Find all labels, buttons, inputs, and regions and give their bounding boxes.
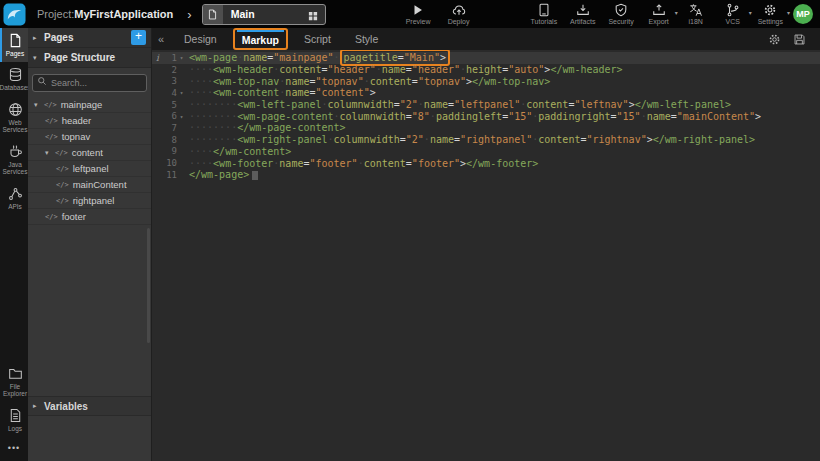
page-structure-header[interactable]: ▾ Page Structure: [28, 48, 151, 68]
collapse-panel-button[interactable]: «: [152, 33, 170, 45]
sidebar-item-logs[interactable]: Logs: [0, 403, 28, 437]
sidebar-item-label: Java Services: [2, 161, 28, 176]
action-label: Preview: [406, 18, 431, 25]
action-label: i18N: [689, 18, 703, 25]
topbar-action-i18n[interactable]: i18N: [684, 3, 708, 25]
user-avatar[interactable]: MP: [793, 4, 813, 24]
topbar-action-tutorials[interactable]: Tutorials: [531, 3, 558, 25]
settings-icon: [763, 3, 777, 17]
tree-node-topnav[interactable]: </>topnav: [28, 129, 151, 145]
code-line-10[interactable]: 10····<wm-footer·name="footer"·content="…: [152, 157, 820, 169]
code-line-5[interactable]: 5········<wm-left-panel·columnwidth="2"·…: [152, 99, 820, 111]
pages-section-header[interactable]: ▸ Pages +: [28, 28, 151, 48]
line-number: 11: [166, 170, 177, 180]
vcs-icon: [726, 3, 740, 17]
sidebar-top-group: PagesDatabasesWeb ServicesJava ServicesA…: [0, 28, 28, 215]
page-tab-main[interactable]: Main: [202, 4, 326, 25]
topbar-action-preview[interactable]: Preview: [406, 3, 431, 25]
sidebar-item-java-services[interactable]: Java Services: [0, 139, 28, 181]
sidebar-item-pages[interactable]: Pages: [0, 28, 28, 62]
topbar-action-export[interactable]: ▾Export: [647, 3, 671, 25]
sidebar-item-databases[interactable]: Databases: [0, 62, 28, 96]
gutter[interactable]: 11: [152, 170, 186, 180]
chevron-down-icon: ▾: [787, 9, 790, 16]
triangle-down-icon[interactable]: ▾: [34, 101, 44, 109]
more-options-button[interactable]: •••: [0, 437, 28, 459]
code-line-2[interactable]: 2····<wm-header·content="header"·name="h…: [152, 64, 820, 76]
sidebar-item-file-explorer[interactable]: File Explorer: [0, 361, 28, 403]
topbar-action-deploy[interactable]: Deploy: [447, 3, 471, 25]
wavemaker-logo-icon[interactable]: [3, 3, 26, 26]
sidebar-item-label: Databases: [0, 84, 31, 91]
sidebar-item-apis[interactable]: APIs: [0, 181, 28, 215]
code-text: ····<wm-header·content="header"·name="he…: [186, 64, 623, 75]
tab-markup[interactable]: Markup: [235, 33, 286, 48]
line-number: 9: [172, 146, 177, 156]
topbar-action-vcs[interactable]: ▾VCS: [721, 3, 745, 25]
grid-icon[interactable]: [307, 8, 319, 20]
code-text: ····<wm-content·name="content">: [186, 87, 376, 98]
code-line-9[interactable]: 9····</wm-content>: [152, 146, 820, 158]
fold-arrow-icon[interactable]: ▾: [177, 54, 186, 61]
tree-node-footer[interactable]: </>footer: [28, 209, 151, 225]
code-line-6[interactable]: 6▾········<wm-page-content·columnwidth="…: [152, 110, 820, 122]
add-page-button[interactable]: +: [131, 30, 146, 45]
tree-node-header[interactable]: </>header: [28, 113, 151, 129]
triangle-down-icon[interactable]: ▾: [45, 149, 55, 157]
code-line-4[interactable]: 4▾····<wm-content·name="content">: [152, 87, 820, 99]
code-line-11[interactable]: 11</wm-page>: [152, 169, 820, 181]
topbar-action-settings[interactable]: ▾Settings: [758, 3, 783, 25]
tree-node-mainpage[interactable]: ▾</>mainpage: [28, 97, 151, 113]
tab-script[interactable]: Script: [296, 31, 339, 47]
tree-node-maincontent[interactable]: </>mainContent: [28, 177, 151, 193]
code-line-1[interactable]: i1▾<wm-page·name="mainpage"·pagetitle="M…: [152, 52, 820, 64]
gutter[interactable]: 10: [152, 158, 186, 168]
gutter[interactable]: 8: [152, 135, 186, 145]
widget-code-icon: </>: [56, 197, 69, 205]
gutter[interactable]: i1▾: [152, 53, 186, 63]
code-text: ········<wm-left-panel·columnwidth="2"·n…: [186, 99, 731, 110]
activity-sidebar: PagesDatabasesWeb ServicesJava ServicesA…: [0, 28, 28, 461]
tree-node-content[interactable]: ▾</>content: [28, 145, 151, 161]
gutter[interactable]: 6▾: [152, 111, 186, 121]
project-title: MyFirstApplication: [74, 8, 173, 20]
gutter[interactable]: 7: [152, 123, 186, 133]
gutter[interactable]: 3: [152, 76, 186, 86]
gutter[interactable]: 4▾: [152, 88, 186, 98]
search-row: [28, 68, 151, 97]
tree-node-label: mainpage: [61, 99, 103, 110]
security-icon: [614, 3, 628, 17]
tree-node-leftpanel[interactable]: </>leftpanel: [28, 161, 151, 177]
page-structure-tree: ▾</>mainpage</>header</>topnav▾</>conten…: [28, 97, 151, 225]
search-input[interactable]: [32, 74, 147, 92]
tree-node-rightpanel[interactable]: </>rightpanel: [28, 193, 151, 209]
tree-node-label: rightpanel: [73, 195, 115, 206]
action-label: VCS: [726, 18, 740, 25]
tab-design[interactable]: Design: [176, 31, 225, 47]
gutter[interactable]: 5: [152, 100, 186, 110]
line-number: 5: [172, 100, 177, 110]
markup-settings-gear-icon[interactable]: [768, 33, 781, 46]
widget-code-icon: </>: [44, 101, 57, 109]
chevron-down-icon: ▾: [675, 9, 678, 16]
code-line-3[interactable]: 3····<wm-top-nav·name="topnav"·content="…: [152, 75, 820, 87]
fold-arrow-icon[interactable]: ▾: [177, 113, 186, 120]
sidebar-item-web-services[interactable]: Web Services: [0, 97, 28, 139]
tab-style[interactable]: Style: [347, 31, 386, 47]
code-line-8[interactable]: 8········<wm-right-panel·columnwidth="2"…: [152, 134, 820, 146]
panel-scrollbar-thumb[interactable]: [147, 228, 150, 343]
fold-arrow-icon[interactable]: ▾: [177, 89, 186, 96]
topbar-action-security[interactable]: Security: [608, 3, 633, 25]
gutter[interactable]: 2: [152, 65, 186, 75]
code-line-7[interactable]: 7········</wm-page-content>: [152, 122, 820, 134]
project-label: Project:: [37, 8, 74, 20]
page-tab-label: Main: [223, 8, 307, 20]
triangle-right-icon: ▸: [33, 34, 42, 42]
variables-section-header[interactable]: ▸ Variables: [28, 396, 151, 416]
gutter[interactable]: 9: [152, 146, 186, 156]
widget-code-icon: </>: [45, 117, 58, 125]
code-text: ····<wm-footer·name="footer"·content="fo…: [186, 158, 538, 169]
save-icon[interactable]: [793, 33, 806, 46]
topbar-action-artifacts[interactable]: Artifacts: [570, 3, 595, 25]
markup-code-editor[interactable]: i1▾<wm-page·name="mainpage"·pagetitle="M…: [152, 50, 820, 461]
